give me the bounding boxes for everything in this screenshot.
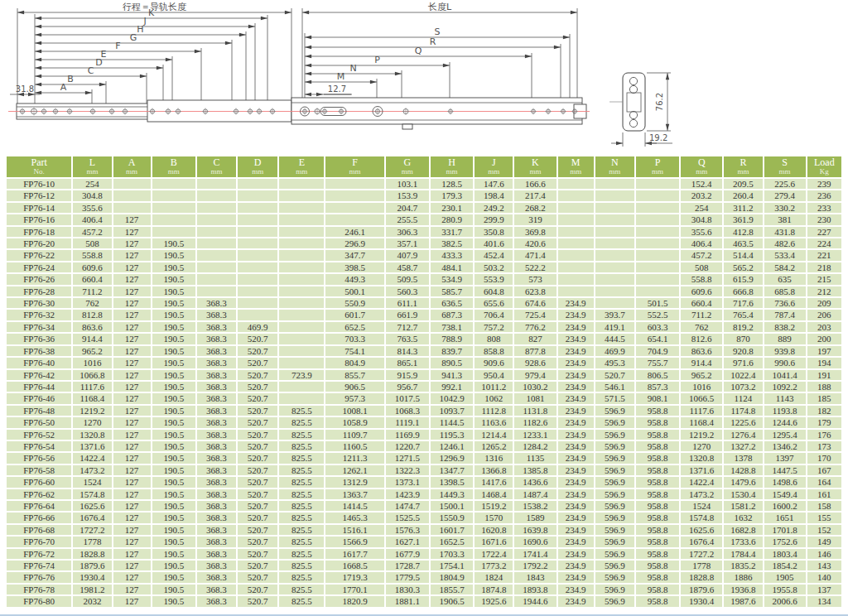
value-cell: 788.9 xyxy=(431,334,473,344)
value-cell: 838.2 xyxy=(764,322,806,332)
col-header-label: P xyxy=(636,157,679,167)
part-no-cell: FP76-74 xyxy=(7,561,71,570)
dimension-table: PartNo.LmmAmmBmmCmmDmmEmmFmmGmmHmmJmmKmm… xyxy=(5,155,843,609)
value-cell xyxy=(238,286,277,296)
value-cell: 127 xyxy=(113,525,151,535)
value-cell xyxy=(152,190,195,200)
value-cell: 203 xyxy=(807,322,841,332)
value-cell: 200 xyxy=(807,334,841,344)
value-cell: 236 xyxy=(807,190,841,200)
value-cell: 571.5 xyxy=(595,393,634,403)
value-cell: 1652.5 xyxy=(431,537,473,546)
value-cell xyxy=(279,346,324,356)
value-cell: 190.5 xyxy=(152,477,195,487)
value-cell xyxy=(197,238,236,248)
value-cell: 137 xyxy=(807,585,841,594)
value-cell xyxy=(595,250,634,260)
part-no-cell: FP76-26 xyxy=(7,274,71,284)
col-header-k: Kmm xyxy=(514,156,556,177)
value-cell: 825.5 xyxy=(279,465,324,475)
value-cell: 738.1 xyxy=(431,322,473,332)
part-no-cell: FP76-80 xyxy=(7,596,71,606)
value-cell: 368.3 xyxy=(197,525,236,535)
value-cell: 522.2 xyxy=(514,262,556,272)
col-header-unit: mm xyxy=(475,168,513,176)
value-cell: 687.3 xyxy=(431,310,473,320)
value-cell: 825.5 xyxy=(279,549,324,559)
value-cell: 1784.4 xyxy=(724,549,762,559)
value-cell: 1371.6 xyxy=(681,465,722,475)
value-cell: 763.5 xyxy=(386,334,429,344)
value-cell: 1779.5 xyxy=(386,572,429,582)
value-cell: 1112.8 xyxy=(475,406,513,416)
col-header-label: C xyxy=(197,157,236,167)
value-cell xyxy=(636,214,679,224)
value-cell: 1676.4 xyxy=(73,513,111,522)
value-cell: 471.4 xyxy=(514,250,556,260)
value-cell: 596.9 xyxy=(595,537,634,546)
value-cell xyxy=(279,298,324,308)
value-cell: 134 xyxy=(807,596,841,606)
table-row: FP76-34863.6127190.5368.3469.9652.5712.7… xyxy=(7,322,841,332)
value-cell: 1233.1 xyxy=(514,430,556,440)
value-cell: 804.9 xyxy=(325,358,383,368)
value-cell: 941.3 xyxy=(431,370,473,380)
value-cell: 234.9 xyxy=(558,465,594,475)
value-cell: 958.8 xyxy=(636,441,679,451)
col-header-m: Mmm xyxy=(558,156,594,177)
value-cell: 503.2 xyxy=(475,262,513,272)
dim-label-M: M xyxy=(337,71,345,82)
value-cell: 234.9 xyxy=(558,572,594,582)
value-cell xyxy=(197,214,236,224)
value-cell: 127 xyxy=(113,549,151,559)
value-cell: 1893.8 xyxy=(514,585,556,594)
value-cell: 147.6 xyxy=(475,179,513,189)
value-cell: 234.9 xyxy=(558,382,594,392)
value-cell: 179.3 xyxy=(431,190,473,200)
value-cell: 179 xyxy=(807,417,841,427)
value-cell: 661.9 xyxy=(386,310,429,320)
value-cell: 127 xyxy=(113,274,151,284)
value-cell: 458.7 xyxy=(386,262,429,272)
value-cell: 1017.5 xyxy=(386,393,429,403)
value-cell: 260.4 xyxy=(724,190,762,200)
value-cell xyxy=(279,274,324,284)
value-cell: 827 xyxy=(514,334,556,344)
value-cell: 1549.4 xyxy=(764,489,806,499)
value-cell: 1117.6 xyxy=(73,382,111,392)
value-cell: 674.6 xyxy=(514,298,556,308)
value-cell xyxy=(238,310,277,320)
value-cell: 203.2 xyxy=(681,190,722,200)
col-header-label: S xyxy=(764,157,806,167)
value-cell: 1474.7 xyxy=(386,501,429,511)
value-cell: 609.6 xyxy=(681,286,722,296)
value-cell: 234.9 xyxy=(558,406,594,416)
value-cell: 1754.1 xyxy=(431,561,473,570)
value-cell xyxy=(595,298,634,308)
value-cell: 495.3 xyxy=(595,358,634,368)
value-cell: 268.2 xyxy=(514,203,556,213)
value-cell: 1600.2 xyxy=(764,501,806,511)
value-cell: 234.9 xyxy=(558,346,594,356)
value-cell: 1727.2 xyxy=(73,525,111,535)
value-cell: 1092.2 xyxy=(764,382,806,392)
value-cell: 1879.6 xyxy=(73,561,111,570)
value-cell: 1066.5 xyxy=(681,393,722,403)
value-cell: 469.9 xyxy=(595,346,634,356)
part-no-cell: FP76-58 xyxy=(7,465,71,475)
value-cell xyxy=(325,179,383,189)
table-row: FP76-601524127190.5368.3520.7825.51312.9… xyxy=(7,477,841,487)
value-cell: 736.6 xyxy=(764,298,806,308)
value-cell: 1093.7 xyxy=(431,406,473,416)
col-header-label: K xyxy=(514,157,556,167)
value-cell: 330.2 xyxy=(764,203,806,213)
value-cell: 127 xyxy=(113,393,151,403)
value-cell: 355.6 xyxy=(73,203,111,213)
part-no-cell: FP76-24 xyxy=(7,262,71,272)
value-cell: 368.3 xyxy=(197,370,236,380)
part-no-cell: FP76-72 xyxy=(7,549,71,559)
value-cell: 1524 xyxy=(681,501,722,511)
value-cell: 412.8 xyxy=(724,227,762,237)
value-cell xyxy=(279,262,324,272)
value-cell: 234.9 xyxy=(558,322,594,332)
